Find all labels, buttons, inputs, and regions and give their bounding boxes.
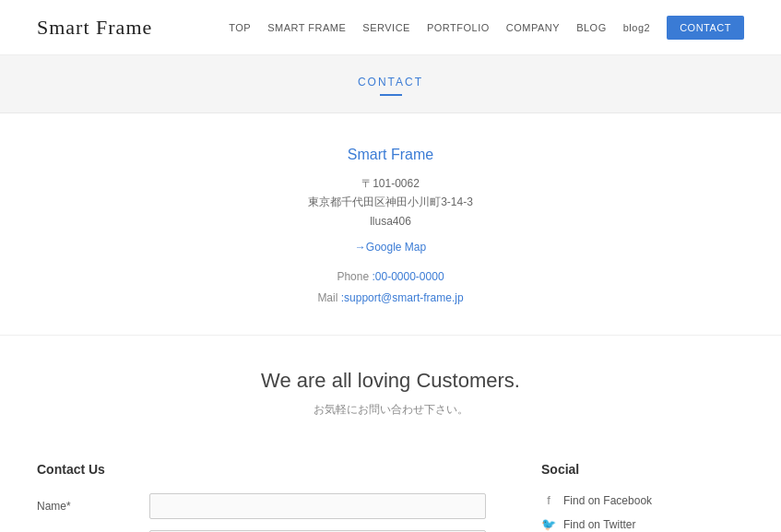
label-name: Name* [37, 500, 138, 513]
phone-number[interactable]: :00-0000-0000 [372, 270, 444, 283]
nav-blog[interactable]: BLOG [576, 22, 607, 33]
tagline-main: We are all loving Customers. [18, 369, 763, 393]
contact-form-heading: Contact Us [37, 462, 486, 477]
tagline-sub: お気軽にお問い合わせ下さい。 [18, 402, 763, 418]
form-row-name: Name* [37, 493, 486, 519]
main-nav: TOP SMART FRAME SERVICE PORTFOLIO COMPAN… [229, 16, 744, 40]
nav-top[interactable]: TOP [229, 22, 251, 33]
social-heading: Social [541, 462, 744, 477]
nav-smart-frame[interactable]: SMART FRAME [267, 22, 346, 33]
nav-contact-button[interactable]: CONTACT [667, 16, 744, 40]
facebook-icon: f [541, 493, 556, 508]
page-header: CONTACT [0, 55, 781, 113]
input-name[interactable] [149, 493, 486, 519]
company-contact-details: Phone :00-0000-0000 Mail :support@smart-… [18, 266, 763, 309]
social-facebook[interactable]: f Find on Facebook [541, 493, 744, 508]
company-name: Smart Frame [18, 147, 763, 163]
page-title: CONTACT [0, 76, 781, 89]
nav-company[interactable]: COMPANY [506, 22, 560, 33]
tagline-section: We are all loving Customers. お気軽にお問い合わせ下… [0, 335, 781, 443]
main-content: Contact Us Name* E-Mail* E-Mail(Confirm)… [0, 443, 781, 532]
nav-blog2[interactable]: blog2 [623, 22, 650, 33]
contact-form-section: Contact Us Name* E-Mail* E-Mail(Confirm)… [37, 462, 486, 532]
phone-label: Phone [337, 270, 369, 283]
social-facebook-label: Find on Facebook [563, 494, 652, 507]
social-section: Social f Find on Facebook 🐦 Find on Twit… [541, 462, 744, 532]
google-map-link[interactable]: →Google Map [355, 241, 426, 254]
site-logo: Smart Frame [37, 16, 152, 40]
social-twitter-label: Find on Twitter [563, 518, 635, 531]
nav-service[interactable]: SERVICE [362, 22, 410, 33]
email-address[interactable]: :support@smart-frame.jp [341, 291, 464, 304]
twitter-icon: 🐦 [541, 517, 556, 532]
nav-portfolio[interactable]: PORTFOLIO [427, 22, 490, 33]
title-underline [380, 94, 402, 96]
social-twitter[interactable]: 🐦 Find on Twitter [541, 517, 744, 532]
mail-label: Mail [317, 291, 337, 304]
company-address: 〒101-0062 東京都千代田区神田小川町3-14-3 llusa406 [18, 174, 763, 231]
company-info: Smart Frame 〒101-0062 東京都千代田区神田小川町3-14-3… [0, 113, 781, 335]
